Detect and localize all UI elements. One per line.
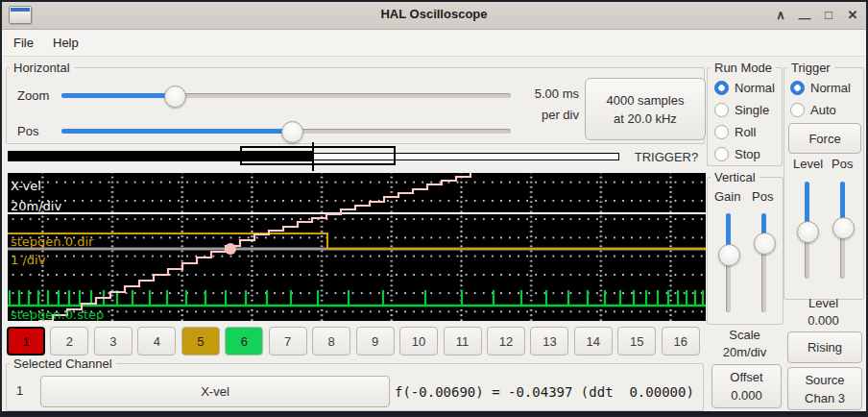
radio-circle-icon[interactable] [790,103,805,117]
maximize-button[interactable]: □ [821,8,836,22]
svg-text:stepgen.0.step: stepgen.0.step [11,307,104,321]
samples-line: 4000 samples [607,91,685,110]
trigger-source-button[interactable]: Source Chan 3 [787,367,862,410]
shade-icon[interactable]: ∧ [773,8,788,22]
scale-caption: Scale [708,328,782,342]
radio-auto[interactable]: Auto [790,99,851,121]
channel-button-9[interactable]: 9 [356,327,395,356]
channel-button-5[interactable]: 5 [181,327,220,356]
window-controls: ∧ — □ ✕ [773,0,860,29]
channel-button-10[interactable]: 10 [399,327,438,356]
channel-button-11[interactable]: 11 [444,327,482,356]
horizontal-pos-slider[interactable] [61,121,511,141]
vertical-pos-slider[interactable] [754,213,774,312]
radio-normal[interactable]: Normal [790,77,851,99]
menu-file[interactable]: File [8,33,39,53]
channel-button-6[interactable]: 6 [225,327,263,356]
horizontal-group-label: Horizontal [10,61,74,75]
offset-value: 0.000 [731,386,762,405]
scale-value: 20m/div [708,345,782,359]
vertical-gain-slider[interactable] [718,213,738,312]
channel-button-3[interactable]: 3 [94,327,133,356]
trigger-level-value: 0.000 [784,313,862,328]
run-mode-group-label: Run Mode [711,61,776,75]
offset-button[interactable]: Offset 0.000 [711,364,782,408]
rate-line: at 20.0 kHz [614,110,677,128]
timeline-view-box[interactable] [240,146,396,165]
trigger-level-caption: Level [784,296,862,310]
channel-button-14[interactable]: 14 [574,327,613,356]
zoom-slider-knob[interactable] [164,86,186,108]
pos-slider-fill [61,129,291,134]
force-label: Force [808,130,840,148]
channel-button-7[interactable]: 7 [269,327,307,356]
trigger-edge-button[interactable]: Rising [787,331,862,363]
radio-label: Auto [810,103,836,117]
radio-stop[interactable]: Stop [714,143,775,165]
menu-help[interactable]: Help [47,33,84,53]
level-slider-knob[interactable] [797,221,819,243]
minimize-button[interactable]: — [797,11,812,25]
vpos-slider-knob[interactable] [754,233,776,255]
svg-text:stepgen.0.dir: stepgen.0.dir [11,234,94,249]
gain-slider-knob[interactable] [718,244,740,266]
window-title: HAL Oscilloscope [0,7,868,21]
radio-single[interactable]: Single [714,99,775,121]
run-mode-options: NormalSingleRollStop [714,77,775,165]
pos-slider-knob[interactable] [281,121,303,143]
selected-channel-name-button[interactable]: X-vel [40,376,390,407]
channel-button-16[interactable]: 16 [662,327,700,356]
timeline-cursor[interactable] [312,142,314,171]
close-button[interactable]: ✕ [845,8,860,22]
zoom-slider[interactable] [61,86,511,106]
radio-circle-icon[interactable] [714,103,729,117]
channel-button-13[interactable]: 13 [530,327,568,356]
titlebar: HAL Oscilloscope ∧ — □ ✕ [0,0,868,30]
scope-display[interactable]: X-vel20m/divstepgen.0.dir1 /divstepgen.0… [8,173,706,321]
force-button[interactable]: Force [788,123,861,154]
radio-label: Normal [810,81,851,95]
samples-rate-button[interactable]: 4000 samples at 20.0 kHz [585,78,706,140]
menubar: File Help [0,30,868,57]
zoom-slider-label: Zoom [17,88,49,103]
selected-channel-name: X-vel [201,382,229,401]
trigger-level-label: Level [793,157,823,171]
time-per-div-caption: per div [499,108,579,122]
radio-label: Roll [735,125,756,139]
trigger-source-value: Chan 3 [805,389,845,407]
hal-oscilloscope-window: HAL Oscilloscope ∧ — □ ✕ File Help Horiz… [0,0,868,417]
radio-circle-icon[interactable] [790,81,805,95]
selected-channel-group-label: Selected Channel [10,356,116,371]
channel-button-12[interactable]: 12 [487,327,525,356]
radio-roll[interactable]: Roll [714,121,775,143]
radio-label: Single [735,103,769,117]
offset-caption: Offset [730,368,762,386]
trigger-group-label: Trigger [787,61,834,75]
trigger-pos-label: Pos [832,157,853,171]
channel-button-1[interactable]: 1 [7,327,45,356]
radio-circle-icon[interactable] [714,125,729,139]
radio-normal[interactable]: Normal [714,77,775,99]
zoom-slider-fill [61,93,174,98]
channel-button-2[interactable]: 2 [50,327,88,356]
vertical-pos-label: Pos [752,189,773,204]
radio-circle-icon[interactable] [714,81,729,95]
channel-button-15[interactable]: 15 [617,327,656,356]
radio-circle-icon[interactable] [714,147,729,161]
radio-label: Stop [735,147,760,161]
svg-text:20m/div: 20m/div [11,199,61,213]
selected-channel-number: 1 [16,383,23,398]
scope-traces: X-vel20m/divstepgen.0.dir1 /divstepgen.0… [8,173,706,321]
trigger-mode-options: NormalAuto [790,77,851,121]
pos-slider-label: Pos [17,124,38,138]
vertical-group-label: Vertical [711,170,760,184]
trigger-level-slider[interactable] [797,182,817,279]
trigger-pos-slider[interactable] [832,182,853,279]
tpos-slider-knob[interactable] [832,217,855,239]
vertical-gain-label: Gain [714,189,740,204]
channel-button-4[interactable]: 4 [137,327,176,356]
svg-text:X-vel: X-vel [11,179,41,193]
channel-button-8[interactable]: 8 [312,327,350,356]
trigger-question-button[interactable]: TRIGGER? [630,150,703,164]
time-per-div-value: 5.00 ms [499,86,579,101]
